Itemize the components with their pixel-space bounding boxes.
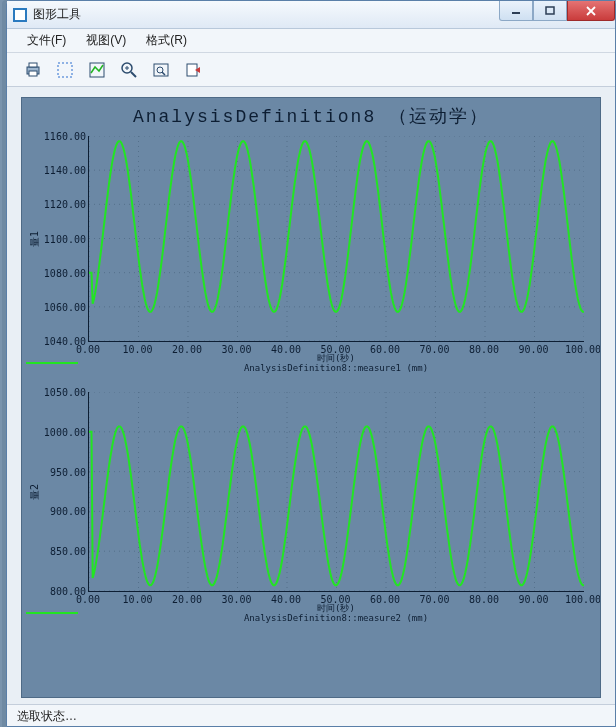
xtick: 100.00 bbox=[565, 344, 601, 355]
export-button[interactable] bbox=[181, 58, 205, 82]
zoom-fit-button[interactable] bbox=[149, 58, 173, 82]
chart-viewport: AnalysisDefinition8 （运动学） 量1 时间(秒) Analy… bbox=[21, 97, 601, 698]
axes-1 bbox=[88, 136, 584, 342]
zoom-icon bbox=[120, 61, 138, 79]
ytick: 1160.00 bbox=[44, 131, 86, 142]
xtick: 50.00 bbox=[320, 344, 350, 355]
xtick: 60.00 bbox=[370, 344, 400, 355]
window-title: 图形工具 bbox=[33, 6, 81, 23]
svg-rect-1 bbox=[546, 7, 554, 14]
xtick: 0.00 bbox=[76, 344, 100, 355]
toolbar bbox=[7, 53, 615, 87]
minimize-button[interactable] bbox=[499, 1, 533, 21]
plot-measure2[interactable]: 量2 时间(秒) AnalysisDefinition8::measure2 (… bbox=[66, 388, 590, 628]
ytick: 850.00 bbox=[50, 546, 86, 557]
xlabel-1: 时间(秒) AnalysisDefinition8::measure1 (mm) bbox=[88, 354, 584, 374]
ytick: 1000.00 bbox=[44, 426, 86, 437]
svg-line-10 bbox=[131, 72, 136, 77]
print-icon bbox=[24, 61, 42, 79]
xtick: 80.00 bbox=[469, 594, 499, 605]
plot-svg-1 bbox=[89, 136, 584, 341]
status-text: 选取状态… bbox=[17, 709, 77, 723]
plot-svg-2 bbox=[89, 392, 584, 591]
statusbar: 选取状态… bbox=[7, 704, 615, 726]
ylabel-1: 量1 bbox=[28, 231, 42, 247]
chart-title: AnalysisDefinition8 （运动学） bbox=[22, 98, 600, 130]
export-icon bbox=[184, 61, 202, 79]
svg-rect-7 bbox=[58, 63, 72, 77]
titlebar[interactable]: 图形工具 bbox=[7, 1, 615, 29]
xtick: 40.00 bbox=[271, 344, 301, 355]
xtick: 20.00 bbox=[172, 594, 202, 605]
ytick: 1140.00 bbox=[44, 165, 86, 176]
xtick: 40.00 bbox=[271, 594, 301, 605]
menu-file[interactable]: 文件(F) bbox=[19, 30, 74, 51]
menubar: 文件(F) 视图(V) 格式(R) bbox=[7, 29, 615, 53]
xtick: 30.00 bbox=[221, 344, 251, 355]
ytick: 1080.00 bbox=[44, 267, 86, 278]
xtick: 10.00 bbox=[122, 594, 152, 605]
xtick: 90.00 bbox=[518, 344, 548, 355]
select-region-icon bbox=[56, 61, 74, 79]
svg-line-15 bbox=[162, 72, 165, 75]
xtick: 70.00 bbox=[419, 594, 449, 605]
subcaption-1: AnalysisDefinition8::measure1 (mm) bbox=[88, 364, 584, 374]
xtick: 20.00 bbox=[172, 344, 202, 355]
toggle-series-button[interactable] bbox=[85, 58, 109, 82]
ytick: 950.00 bbox=[50, 466, 86, 477]
app-icon bbox=[13, 8, 27, 22]
menu-format[interactable]: 格式(R) bbox=[138, 30, 195, 51]
ytick: 1060.00 bbox=[44, 301, 86, 312]
xtick: 30.00 bbox=[221, 594, 251, 605]
minimize-icon bbox=[511, 6, 521, 16]
xtick: 0.00 bbox=[76, 594, 100, 605]
zoom-button[interactable] bbox=[117, 58, 141, 82]
app-window: 图形工具 文件(F) 视图(V) 格式(R) bbox=[6, 0, 616, 727]
xlabel-2: 时间(秒) AnalysisDefinition8::measure2 (mm) bbox=[88, 604, 584, 624]
maximize-icon bbox=[545, 6, 555, 16]
ytick: 1120.00 bbox=[44, 199, 86, 210]
xtick: 70.00 bbox=[419, 344, 449, 355]
legend-line-2 bbox=[26, 612, 78, 614]
xtick: 10.00 bbox=[122, 344, 152, 355]
menu-view[interactable]: 视图(V) bbox=[78, 30, 134, 51]
ytick: 1100.00 bbox=[44, 233, 86, 244]
xtick: 100.00 bbox=[565, 594, 601, 605]
legend-line-1 bbox=[26, 362, 78, 364]
window-buttons bbox=[499, 1, 615, 21]
plot-measure1[interactable]: 量1 时间(秒) AnalysisDefinition8::measure1 (… bbox=[66, 132, 590, 378]
svg-rect-5 bbox=[29, 63, 37, 67]
ytick: 900.00 bbox=[50, 506, 86, 517]
svg-rect-6 bbox=[29, 71, 37, 76]
zoom-fit-icon bbox=[152, 61, 170, 79]
close-button[interactable] bbox=[567, 1, 615, 21]
xtick: 90.00 bbox=[518, 594, 548, 605]
xtick: 50.00 bbox=[320, 594, 350, 605]
print-button[interactable] bbox=[21, 58, 45, 82]
ylabel-2: 量2 bbox=[28, 484, 42, 500]
subcaption-2: AnalysisDefinition8::measure2 (mm) bbox=[88, 614, 584, 624]
xtick: 80.00 bbox=[469, 344, 499, 355]
ytick: 1050.00 bbox=[44, 387, 86, 398]
select-region-button[interactable] bbox=[53, 58, 77, 82]
close-icon bbox=[585, 6, 597, 16]
xtick: 60.00 bbox=[370, 594, 400, 605]
axes-2 bbox=[88, 392, 584, 592]
maximize-button[interactable] bbox=[533, 1, 567, 21]
toggle-series-icon bbox=[88, 61, 106, 79]
svg-rect-13 bbox=[154, 64, 168, 76]
